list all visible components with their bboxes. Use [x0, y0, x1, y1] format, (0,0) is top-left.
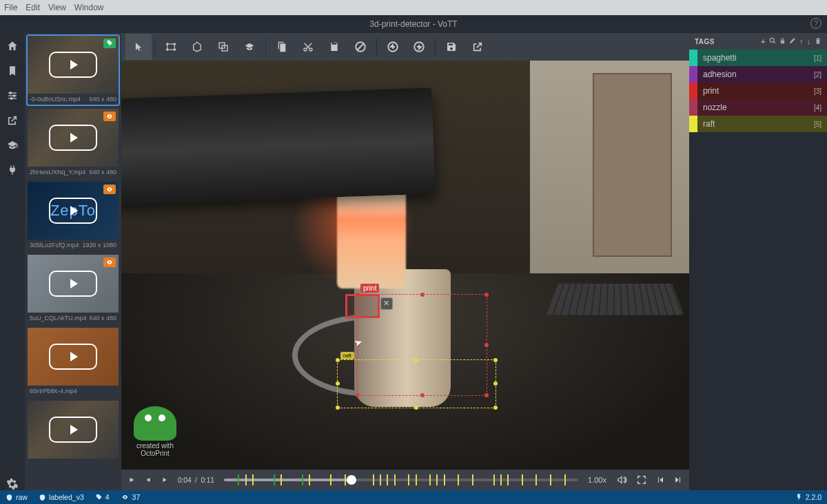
thumbnail-sidebar[interactable]: -0-0uBnUSnc.mp4640 x 480 2hHwsUXNq_Y.mp4… [25, 33, 121, 490]
svg-point-10 [174, 49, 175, 50]
plug-icon[interactable] [6, 164, 19, 176]
annotation-raft[interactable]: raft [337, 359, 496, 408]
video-frame: created withOctoPrint [121, 61, 689, 470]
eye-badge-icon [103, 112, 116, 121]
menu-file[interactable]: File [4, 3, 17, 12]
eye-badge-icon [103, 258, 116, 267]
grad-cap-icon[interactable] [6, 139, 19, 151]
menu-window[interactable]: Window [74, 3, 104, 12]
status-version: 2.2.0 [795, 493, 821, 501]
window-title: 3d-print-detector - VoTT [369, 19, 457, 29]
step-fwd-button[interactable] [161, 476, 168, 484]
tags-search-icon[interactable] [769, 37, 776, 45]
svg-line-20 [773, 41, 775, 43]
tags-lock-icon[interactable] [779, 37, 786, 45]
editor-toolbar [121, 33, 689, 61]
play-button[interactable] [128, 476, 135, 484]
thumbnail-item[interactable]: -0-0uBnUSnc.mp4640 x 480 [28, 36, 119, 105]
svg-point-3 [10, 92, 12, 94]
rectangle-tool[interactable] [158, 34, 184, 60]
sliders-icon[interactable] [6, 90, 19, 102]
status-visited-count: 37 [121, 493, 141, 501]
tag-raft[interactable]: raft[5] [689, 116, 827, 132]
thumb-name: 65HrPbltK-4.mp4 [30, 388, 77, 395]
save-tool[interactable] [438, 34, 464, 60]
thumbnail-item[interactable] [28, 401, 119, 459]
skip-prev-button[interactable] [656, 476, 664, 484]
playback-track[interactable] [224, 479, 578, 481]
status-source[interactable]: raw [6, 493, 28, 501]
copy-rectangle-tool[interactable] [210, 34, 236, 60]
svg-point-4 [13, 95, 15, 97]
grad-cap-tool[interactable] [236, 34, 263, 60]
status-tag-count: 4 [95, 493, 110, 501]
home-icon[interactable] [6, 40, 19, 52]
svg-point-9 [167, 49, 168, 50]
copy-tool[interactable] [269, 34, 295, 60]
eye-badge-icon [103, 185, 116, 194]
annotation-canvas[interactable]: created withOctoPrint ✕ print raft ➤ [121, 61, 689, 470]
svg-rect-6 [167, 44, 175, 50]
svg-point-5 [10, 98, 12, 100]
external-icon[interactable] [6, 114, 19, 127]
prev-frame-tool[interactable] [380, 34, 406, 60]
annotation-label: raft [340, 352, 354, 359]
thumb-res: 1920 x 1080 [82, 242, 116, 249]
tags-add-icon[interactable]: + [761, 37, 766, 45]
ban-tool[interactable] [347, 34, 374, 60]
cut-tool[interactable] [295, 34, 321, 60]
playback-time: 0:04 / 0:11 [178, 476, 214, 484]
settings-icon[interactable] [6, 478, 19, 490]
video-player-bar: 0:04 / 0:11 1.00x [121, 470, 689, 490]
export-tool[interactable] [464, 34, 491, 60]
pointer-tool[interactable] [125, 34, 152, 60]
tags-down-icon[interactable]: ↓ [807, 37, 811, 45]
playback-rate[interactable]: 1.00x [588, 476, 606, 484]
thumbnail-item[interactable]: 65HrPbltK-4.mp4 [28, 328, 119, 397]
tag-nozzle[interactable]: nozzle[4] [689, 99, 827, 116]
svg-point-8 [174, 43, 175, 45]
volume-button[interactable] [616, 475, 627, 485]
editor-pane: created withOctoPrint ✕ print raft ➤ [121, 33, 689, 490]
thumb-res: 640 x 480 [89, 315, 116, 322]
thumb-res: 640 x 480 [89, 169, 116, 176]
step-back-button[interactable] [145, 476, 152, 484]
menu-edit[interactable]: Edit [25, 3, 40, 12]
tags-up-icon[interactable]: ↑ [799, 37, 804, 45]
tag-spaghetti[interactable]: spaghetti[1] [689, 50, 827, 66]
status-bar: raw labeled_v3 4 37 2.2.0 [0, 490, 827, 504]
bookmark-icon[interactable] [6, 65, 19, 77]
tags-panel: TAGS + ↑ ↓ spaghetti[1] adhesion[2] prin… [689, 33, 827, 490]
menu-view[interactable]: View [48, 3, 66, 12]
thumbnail-item[interactable]: ZepTo 305lLo2FcfQ.mp41920 x 1080 [28, 182, 119, 251]
fullscreen-button[interactable] [637, 475, 646, 485]
thumbnail-item[interactable]: 5uU_CQLAkTU.mp4640 x 480 [28, 255, 119, 324]
menubar: File Edit View Window [0, 0, 827, 15]
svg-line-16 [357, 43, 365, 51]
help-icon[interactable]: ? [810, 18, 821, 29]
status-target[interactable]: labeled_v3 [39, 493, 84, 501]
polygon-tool[interactable] [184, 34, 210, 60]
thumbnail-item[interactable]: 2hHwsUXNq_Y.mp4640 x 480 [28, 109, 119, 178]
left-nav [0, 33, 25, 490]
thumb-name: -0-0uBnUSnc.mp4 [30, 96, 81, 103]
thumb-name: 305lLo2FcfQ.mp4 [30, 242, 79, 249]
playhead[interactable] [347, 475, 356, 485]
tag-print[interactable]: print[3] [689, 83, 827, 99]
tags-header: TAGS + ↑ ↓ [689, 33, 827, 50]
tags-delete-icon[interactable] [815, 37, 821, 45]
tags-edit-icon[interactable] [789, 37, 796, 45]
octoprint-watermark: created withOctoPrint [134, 406, 176, 457]
titlebar: 3d-print-detector - VoTT ? [0, 15, 827, 33]
thumb-res: 640 x 480 [89, 96, 116, 103]
thumb-name: 5uU_CQLAkTU.mp4 [30, 315, 87, 322]
svg-point-19 [770, 38, 774, 42]
annotation-label: print [360, 284, 379, 293]
tag-adhesion[interactable]: adhesion[2] [689, 66, 827, 83]
next-frame-tool[interactable] [406, 34, 432, 60]
svg-point-7 [167, 43, 168, 45]
tag-badge-icon [103, 39, 116, 48]
thumb-name: 2hHwsUXNq_Y.mp4 [30, 169, 85, 176]
skip-next-button[interactable] [674, 476, 682, 484]
paste-tool[interactable] [321, 34, 347, 60]
